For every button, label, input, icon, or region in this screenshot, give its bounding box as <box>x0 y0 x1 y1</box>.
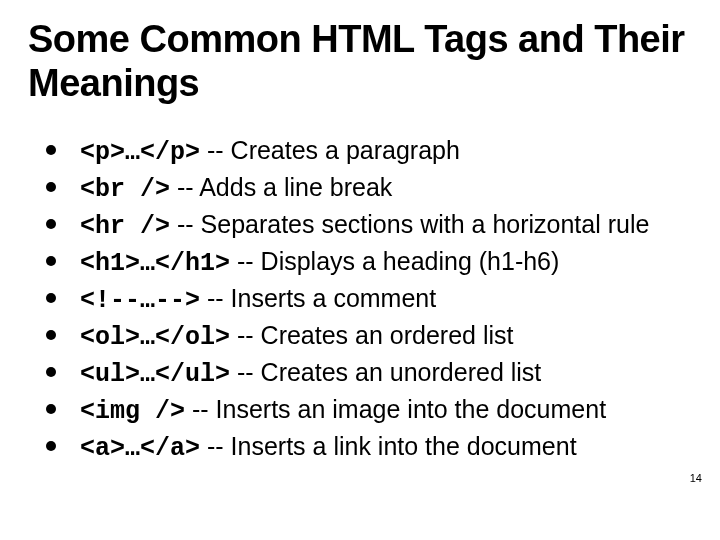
list-item: <ul>…</ul> -- Creates an unordered list <box>46 355 684 392</box>
item-desc: -- Inserts an image into the document <box>185 395 606 423</box>
code-tag: <h1>…</h1> <box>80 249 230 278</box>
code-tag: <ul>…</ul> <box>80 360 230 389</box>
list-item: <!--…--> -- Inserts a comment <box>46 281 684 318</box>
item-desc: -- Creates a paragraph <box>200 136 460 164</box>
page-number: 14 <box>690 472 702 484</box>
list-item: <img /> -- Inserts an image into the doc… <box>46 392 684 429</box>
list-item: <p>…</p> -- Creates a paragraph <box>46 133 684 170</box>
item-desc: -- Creates an ordered list <box>230 321 513 349</box>
code-tag: <img /> <box>80 397 185 426</box>
code-tag: <ol>…</ol> <box>80 323 230 352</box>
item-desc: -- Separates sections with a horizontal … <box>170 210 649 238</box>
list-item: <a>…</a> -- Inserts a link into the docu… <box>46 429 684 466</box>
code-tag: <a>…</a> <box>80 434 200 463</box>
item-desc: -- Adds a line break <box>170 173 392 201</box>
item-desc: -- Inserts a comment <box>200 284 436 312</box>
list-item: <ol>…</ol> -- Creates an ordered list <box>46 318 684 355</box>
list-item: <br /> -- Adds a line break <box>46 170 684 207</box>
code-tag: <hr /> <box>80 212 170 241</box>
item-desc: -- Inserts a link into the document <box>200 432 577 460</box>
bullet-list: <p>…</p> -- Creates a paragraph <br /> -… <box>28 133 692 466</box>
list-item: <hr /> -- Separates sections with a hori… <box>46 207 684 244</box>
slide: Some Common HTML Tags and Their Meanings… <box>0 0 720 540</box>
item-desc: -- Displays a heading (h1-h6) <box>230 247 559 275</box>
code-tag: <p>…</p> <box>80 138 200 167</box>
code-tag: <br /> <box>80 175 170 204</box>
item-desc: -- Creates an unordered list <box>230 358 541 386</box>
code-tag: <!--…--> <box>80 286 200 315</box>
slide-title: Some Common HTML Tags and Their Meanings <box>28 18 692 105</box>
list-item: <h1>…</h1> -- Displays a heading (h1-h6) <box>46 244 684 281</box>
